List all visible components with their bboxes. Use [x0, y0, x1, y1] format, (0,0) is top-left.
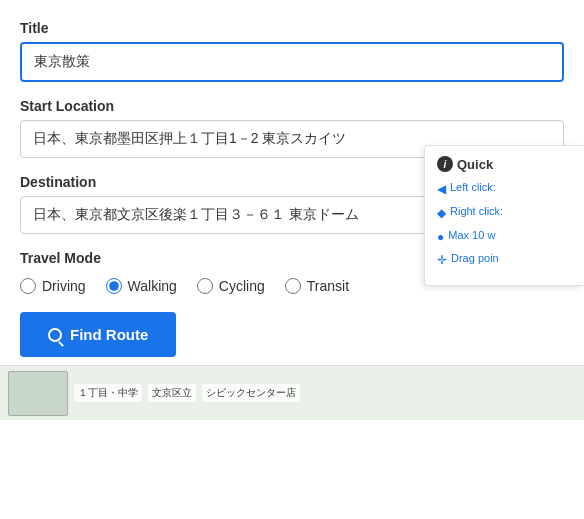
title-field-group: Title [20, 20, 564, 82]
form-container: Title Start Location Destination Travel … [0, 0, 584, 357]
map-preview: １丁目・中学 文京区立 シビックセンター店 [0, 365, 584, 420]
title-input[interactable] [20, 42, 564, 82]
radio-cycling-label: Cycling [219, 278, 265, 294]
title-label: Title [20, 20, 564, 36]
radio-transit-input[interactable] [285, 278, 301, 294]
map-label-2: 文京区立 [148, 384, 196, 402]
search-icon [48, 328, 62, 342]
quick-help-right-click: ◆ Right click: [437, 204, 572, 222]
info-icon: i [437, 156, 453, 172]
drag-icon: ✛ [437, 252, 447, 269]
start-location-label: Start Location [20, 98, 564, 114]
map-preview-content: １丁目・中学 文京区立 シビックセンター店 [0, 367, 308, 420]
cursor-icon: ◀ [437, 181, 446, 198]
radio-driving-label: Driving [42, 278, 86, 294]
quick-help-panel: i Quick ◀ Left click: ◆ Right click: ● M… [424, 145, 584, 286]
radio-transit[interactable]: Transit [285, 278, 349, 294]
pin-icon: ● [437, 229, 444, 246]
quick-help-title: i Quick [437, 156, 572, 172]
radio-driving-input[interactable] [20, 278, 36, 294]
radio-cycling-input[interactable] [197, 278, 213, 294]
radio-transit-label: Transit [307, 278, 349, 294]
find-route-label: Find Route [70, 326, 148, 343]
find-route-button[interactable]: Find Route [20, 312, 176, 357]
quick-help-left-click: ◀ Left click: [437, 180, 572, 198]
quick-help-drag: ✛ Drag poin [437, 251, 572, 269]
right-click-icon: ◆ [437, 205, 446, 222]
map-label-3: シビックセンター店 [202, 384, 300, 402]
radio-walking[interactable]: Walking [106, 278, 177, 294]
radio-driving[interactable]: Driving [20, 278, 86, 294]
radio-walking-input[interactable] [106, 278, 122, 294]
map-tile-1 [8, 371, 68, 416]
quick-help-max: ● Max 10 w [437, 228, 572, 246]
map-label-1: １丁目・中学 [74, 384, 142, 402]
radio-cycling[interactable]: Cycling [197, 278, 265, 294]
radio-walking-label: Walking [128, 278, 177, 294]
